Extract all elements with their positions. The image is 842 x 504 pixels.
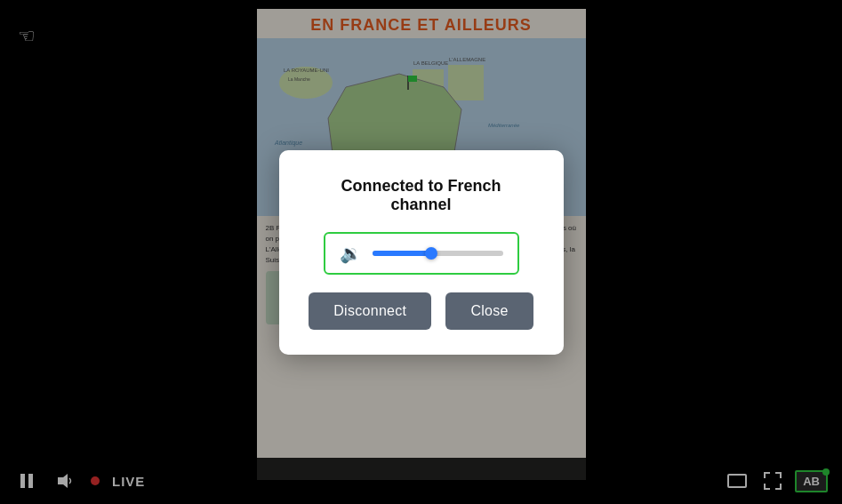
slider-thumb[interactable] (425, 247, 437, 260)
slider-track (373, 251, 503, 256)
close-button[interactable]: Close (445, 292, 533, 330)
slider-fill (373, 251, 431, 256)
modal-overlay: Connected to French channel 🔉 Disconnect… (0, 0, 842, 504)
modal-buttons: Disconnect Close (309, 292, 533, 330)
modal-dialog: Connected to French channel 🔉 Disconnect… (279, 150, 564, 355)
modal-title: Connected to French channel (315, 177, 528, 214)
volume-icon: 🔉 (340, 243, 362, 264)
volume-slider[interactable] (373, 251, 503, 256)
disconnect-button[interactable]: Disconnect (309, 292, 431, 330)
volume-control-container[interactable]: 🔉 (324, 232, 519, 275)
